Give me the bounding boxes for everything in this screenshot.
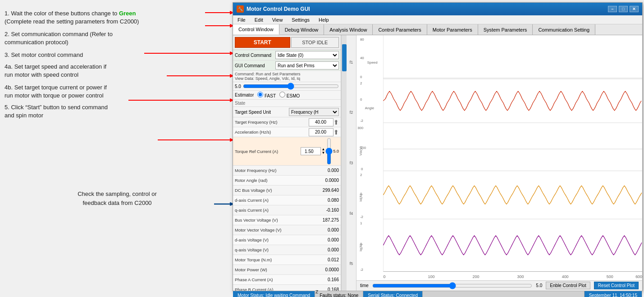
scroll-thumb[interactable]: [342, 44, 347, 71]
torque-slider[interactable]: [326, 138, 332, 165]
svg-text:0: 0: [361, 167, 363, 171]
estimator-row: Estimator FAST ESMO: [233, 91, 341, 100]
svg-text:-2: -2: [360, 268, 363, 272]
data-row-2: DC Bus Voltage (V) 299.640: [233, 186, 341, 195]
f5-label: f5: [350, 261, 353, 266]
instruction-3: 3. Set motor control command: [5, 51, 83, 60]
data-rows-container: Motor Frequency (Hz) 0.000 Rotor Angle (…: [233, 166, 341, 291]
enable-control-plot-button[interactable]: Enble Control Plot: [546, 282, 590, 289]
toolbar-tabs: Control Window Debug Window Analysis Win…: [233, 24, 642, 35]
tab-debug-window[interactable]: Debug Window: [279, 24, 324, 35]
torque-down[interactable]: ▼: [322, 151, 325, 155]
instruction-5b: and spin motor: [5, 111, 43, 120]
instruction-2b: communication protocol): [5, 38, 69, 47]
green-highlight: Green: [119, 10, 136, 17]
svg-text:400: 400: [562, 274, 569, 279]
menu-help[interactable]: Help: [317, 16, 331, 23]
data-row-8: q-axis Voltage (V) 0.000: [233, 245, 341, 255]
plots-svg: 0 100 200 300 400 500 600 80 40 0 Speed: [356, 35, 642, 280]
param-value-5: 187.275: [314, 218, 339, 223]
accel-spinner-up[interactable]: ⬆: [333, 129, 339, 136]
svg-text:0: 0: [360, 98, 362, 102]
tab-control-window[interactable]: Control Window: [233, 24, 279, 35]
param-value-7: 0.000: [314, 237, 339, 242]
minimize-button[interactable]: −: [608, 6, 617, 12]
svg-text:2: 2: [360, 81, 362, 85]
tab-control-parameters[interactable]: Control Parameters: [373, 24, 427, 35]
time-bar: time 5.0 Enble Control Plot Reset Contro…: [356, 280, 642, 291]
esmo-option[interactable]: ESMO: [279, 92, 300, 98]
param-value-11: 0.166: [314, 277, 339, 282]
vertical-scrollbar[interactable]: [341, 35, 347, 291]
step-1: 1. Wait the color of these buttons chang…: [5, 10, 119, 17]
data-row-10: Motor Power (W) 0.0000: [233, 265, 341, 275]
svg-text:-2: -2: [360, 215, 363, 219]
svg-text:Iq(A): Iq(A): [359, 244, 363, 251]
control-slider[interactable]: [243, 83, 339, 89]
motor-status: Motor Status: Idle waiting Command: [233, 291, 315, 297]
instruction-1: 1. Wait the color of these buttons chang…: [5, 9, 221, 18]
maximize-button[interactable]: □: [619, 6, 628, 12]
param-label-4: q-axis Current (A): [235, 208, 314, 213]
gui-cmd-select[interactable]: Run and Set Prms: [275, 61, 339, 70]
tab-motor-parameters[interactable]: Motor Parameters: [427, 24, 478, 35]
instruction-4a: 4a. Set target speed and acceleration if: [5, 62, 106, 71]
stop-button[interactable]: STOP IDLE: [291, 37, 339, 48]
param-value-6: 0.000: [314, 227, 339, 232]
target-freq-spinner-up[interactable]: ⬆: [333, 119, 339, 126]
menu-view[interactable]: View: [270, 16, 285, 23]
slider-val: 5.0: [235, 84, 241, 89]
data-row-6: Motor Vector Voltage (V) 0.000: [233, 225, 341, 235]
serial-status: Serial Status: Connected: [363, 291, 423, 297]
target-freq-input[interactable]: [309, 118, 333, 126]
param-label-2: DC Bus Voltage (V): [235, 188, 314, 193]
svg-text:200: 200: [473, 274, 480, 279]
close-button[interactable]: ✕: [630, 6, 639, 12]
data-row-7: d-axis Voltage (V) 0.000: [233, 235, 341, 245]
data-row-4: q-axis Current (A) -0.160: [233, 205, 341, 215]
gui-cmd-row: GUI Command Run and Set Prms: [233, 60, 341, 71]
f2-label: f2: [350, 110, 353, 115]
menu-bar: File Edit View Settings Help: [233, 15, 642, 24]
fast-option[interactable]: FAST: [257, 92, 276, 98]
start-button[interactable]: START: [235, 37, 290, 48]
accel-label: Acceleration (Hz/s): [235, 130, 309, 135]
torque-input[interactable]: [301, 147, 321, 155]
param-value-10: 0.0000: [314, 267, 339, 272]
gui-cmd-label: GUI Command: [235, 63, 275, 68]
check-note: Check the sampling, control orfeedback d…: [63, 190, 171, 207]
instruction-1b: (Complete read the setting parameters fr…: [5, 17, 139, 26]
menu-edit[interactable]: Edit: [253, 16, 265, 23]
data-row-0: Motor Frequency (Hz) 0.000: [233, 166, 341, 176]
content-area: START STOP IDLE Control Command Idle Sta…: [233, 35, 642, 291]
plot-area: 0 100 200 300 400 500 600 80 40 0 Speed: [356, 35, 642, 291]
reset-control-plot-button[interactable]: Reset Control Plot: [594, 282, 639, 289]
accel-input[interactable]: [309, 128, 333, 136]
speed-unit-select[interactable]: Frequency (H: [289, 108, 339, 116]
time-slider[interactable]: [372, 283, 532, 289]
param-label-6: Motor Vector Voltage (V): [235, 227, 314, 232]
torque-scroll-val: 5.0: [333, 149, 339, 153]
param-label-11: Phase A Current (A): [235, 277, 314, 282]
svg-text:Angle: Angle: [365, 106, 374, 110]
menu-settings[interactable]: Settings: [290, 16, 311, 23]
param-label-5: Bus Vector Voltage (V): [235, 218, 314, 223]
instruction-2: 2. Set communication command (Refer to: [5, 30, 113, 39]
svg-text:Id(A): Id(A): [359, 194, 363, 201]
control-panel: START STOP IDLE Control Command Idle Sta…: [233, 35, 341, 291]
time-label: time: [360, 283, 369, 288]
control-cmd-select[interactable]: Idle State (0): [275, 51, 339, 59]
estimator-label: Estimator: [235, 93, 254, 97]
param-label-3: d-axis Current (A): [235, 198, 314, 203]
svg-text:0: 0: [383, 274, 385, 279]
f-labels-column: f1 f2 f3 f4 f5: [347, 35, 356, 291]
menu-file[interactable]: File: [236, 16, 247, 23]
tab-communication-setting[interactable]: Communication Setting: [533, 24, 595, 35]
app-icon: 🔧: [237, 5, 244, 13]
tab-analysis-window[interactable]: Analysis Window: [324, 24, 373, 35]
speed-unit-row: Target Speed Unit Frequency (H: [233, 107, 341, 117]
window-controls[interactable]: − □ ✕: [608, 6, 639, 12]
tab-system-parameters[interactable]: System Parameters: [478, 24, 533, 35]
main-window: 🔧 Motor Control Demo GUI − □ ✕ File Edit…: [233, 2, 643, 291]
state-row: State: [233, 100, 341, 107]
